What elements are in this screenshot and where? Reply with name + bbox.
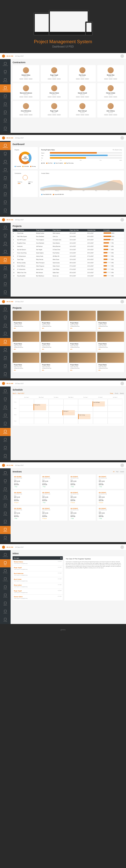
invoice-card[interactable]: INV 20194472017-09-29 12:00Due2017-10-05… [69, 474, 96, 489]
sidebar-item-projects[interactable]: Projects [0, 502, 11, 510]
user-avatar[interactable] [120, 136, 124, 140]
sidebar-item-settings[interactable]: Settings [0, 370, 11, 378]
table-row[interactable]: 9Tower StageRicky HermanMartin Stone10 O… [13, 258, 124, 261]
sidebar-item-projects[interactable]: Projects [0, 584, 11, 592]
table-row[interactable]: 8NY InfrastructureJeremy Kodia28 Wilbur … [13, 255, 124, 258]
sidebar-item-messages[interactable]: Messages [0, 567, 11, 576]
sidebar-item-dashboard[interactable]: Dashboard [0, 60, 11, 68]
table-row[interactable]: 3Kew HRT SystemThom AngelsonChristopher … [13, 238, 124, 242]
table-header[interactable]: % Complete [103, 229, 124, 231]
message-item[interactable]: 10:16 AMRing LardnerLorem Ipsum is simpl… [13, 583, 63, 589]
sidebar-item-contractors[interactable]: Contractors [0, 576, 11, 584]
user-avatar[interactable] [120, 546, 124, 549]
sidebar-item-inbox[interactable]: Inbox [0, 396, 11, 404]
sidebar-item-messages[interactable]: Messages [0, 240, 11, 248]
table-row[interactable]: 14King KilosarfieldBob WeidriksonDennis … [13, 274, 124, 278]
invoice-card[interactable]: INV 20194472017-09-29 12:00Due2017-10-05… [69, 490, 96, 505]
toggle-period[interactable]: YR | Month | Day [112, 149, 122, 151]
table-row[interactable]: 2Field Office SquareRoss SteinbeckChris … [13, 235, 124, 238]
sidebar-item-schedule[interactable]: Schedule [0, 346, 11, 354]
sidebar-item-invoices[interactable]: Invoices [0, 526, 11, 534]
invoice-tab[interactable]: All [113, 471, 115, 472]
contractor-card[interactable]: Sherman AlexieSupervisor [41, 83, 68, 99]
sidebar-item-inbox[interactable]: Inbox [0, 477, 11, 486]
message-item[interactable]: 10:32 AMBach HaltermanLorem Ipsum is sim… [13, 571, 63, 577]
project-card[interactable]: Project NameProject Start DateScheduled … [13, 353, 39, 372]
message-item[interactable]: 10:00 AMRoger AngellLorem Ipsum is simpl… [13, 589, 63, 595]
calendar-event[interactable]: Meeting Team [34, 404, 46, 410]
sidebar-item-dashboard[interactable]: Dashboard [0, 388, 11, 396]
calendar-event[interactable]: Visitor Coming [78, 414, 90, 419]
message-item[interactable]: 10:20 AMBuch GruberLorem Ipsum is simply… [13, 577, 63, 583]
contractor-card[interactable]: Roger AngellSupervisor [41, 101, 68, 118]
sidebar-item-reports[interactable]: Reports [0, 190, 11, 198]
sidebar-item-messages[interactable]: Messages [0, 486, 11, 494]
sidebar-item-reports[interactable]: Reports [0, 436, 11, 444]
calendar[interactable]: Sun Sep 3Mon Sep 4Tue Sep 5Wed Sep 6Thu … [13, 395, 124, 426]
invoice-card[interactable]: INV 20194472017-09-29 12:00Due2017-10-05… [97, 474, 124, 489]
sidebar-item-messages[interactable]: Messages [0, 158, 11, 166]
sidebar-item-inbox[interactable]: Inbox [0, 68, 11, 76]
sidebar-item-contractors[interactable]: Contractors [0, 166, 11, 174]
sidebar-item-invoices[interactable]: Invoices [0, 362, 11, 370]
contractor-card[interactable]: John AshberySupervisor [97, 101, 124, 118]
invoice-card[interactable]: INV 20158922017-09-29 12:00Due2017-10-05… [13, 474, 39, 489]
invoice-tab[interactable]: Paid [116, 471, 118, 472]
project-card[interactable]: Project NameProject Start DateScheduled … [41, 353, 68, 372]
project-card[interactable]: Project NameProject Start DateScheduled … [97, 311, 124, 330]
invoice-tab[interactable]: Unpaid [120, 471, 124, 472]
date-range[interactable]: Sep 3 — Sep 9 2017 [13, 393, 24, 394]
sidebar-item-invoices[interactable]: Invoices [0, 608, 11, 616]
sidebar-item-settings[interactable]: Settings [0, 125, 11, 133]
sidebar-item-dashboard[interactable]: Dashboard [0, 142, 11, 150]
table-row[interactable]: 6Sea Isle WystounAlex HogdinDr David Che… [13, 248, 124, 251]
sidebar-item-reports[interactable]: Reports [0, 600, 11, 608]
contractor-card[interactable]: Roger AngellSupervisor [41, 65, 68, 82]
message-item[interactable]: 12:00 PMRichard AdamsLorem Ipsum is simp… [13, 560, 63, 566]
schedule-tab[interactable]: Today [110, 393, 113, 394]
sidebar-item-settings[interactable]: Settings [0, 534, 11, 542]
sidebar-item-dashboard[interactable]: Dashboard [0, 224, 11, 232]
sidebar-item-invoices[interactable]: Invoices [0, 117, 11, 125]
sidebar-item-inbox[interactable]: Inbox [0, 232, 11, 240]
user-avatar[interactable] [120, 218, 124, 221]
sidebar-item-projects[interactable]: Projects [0, 174, 11, 182]
sidebar-item-contractors[interactable]: Contractors [0, 494, 11, 502]
sidebar-item-projects[interactable]: Projects [0, 420, 11, 428]
sidebar-item-dashboard[interactable]: Dashboard [0, 306, 11, 314]
sidebar-item-schedule[interactable]: Schedule [0, 264, 11, 272]
invoice-card[interactable]: INV 20194472017-09-29 12:00Due2017-10-05… [97, 490, 124, 505]
contractor-card[interactable]: Paul AusterSupervisor [69, 65, 96, 82]
sidebar-item-contractors[interactable]: Contractors [0, 412, 11, 420]
invoice-card[interactable]: INV 20194472017-09-29 12:00Due2017-10-05… [69, 506, 96, 521]
sidebar-item-projects[interactable]: Projects [0, 92, 11, 100]
sidebar-item-projects[interactable]: Projects [0, 338, 11, 346]
sidebar-item-projects[interactable]: Projects [0, 256, 11, 264]
sidebar-item-contractors[interactable]: Contractors [0, 330, 11, 338]
sidebar-item-inbox[interactable]: Inbox [0, 314, 11, 322]
sidebar-item-reports[interactable]: Reports [0, 108, 11, 117]
invoice-card[interactable]: INV 20194472017-09-29 12:00Due2017-10-05… [97, 506, 124, 521]
table-header[interactable]: Project Name [17, 229, 36, 231]
table-header[interactable]: # [13, 229, 17, 231]
table-row[interactable]: 4Roughford CloseAnne SteinbeckHarry Bowl… [13, 242, 124, 245]
calendar-event[interactable]: New Shift Begin [92, 401, 105, 406]
sidebar-item-messages[interactable]: Messages [0, 404, 11, 412]
message-item[interactable]: 10:45 AMRoger AngellLorem Ipsum is simpl… [13, 566, 63, 571]
table-row[interactable]: 1Onze KinderMichael GorbokWilla Coleman2… [13, 231, 124, 235]
sidebar-item-schedule[interactable]: Schedule [0, 100, 11, 108]
project-card[interactable]: Project NameProject Start DateScheduled … [69, 353, 96, 372]
invoice-card[interactable]: INV 20194472017-09-29 12:00Due2017-10-05… [41, 490, 68, 505]
schedule-tab[interactable]: Weekly [120, 393, 124, 394]
sidebar-item-settings[interactable]: Settings [0, 207, 11, 215]
sidebar-item-messages[interactable]: Messages [0, 76, 11, 84]
project-card[interactable]: Project NameProject Start DateScheduled … [69, 332, 96, 351]
user-avatar[interactable] [120, 300, 124, 303]
table-header[interactable]: Project Start Date [69, 229, 87, 231]
contractor-card[interactable]: Chinua AchebeSupervisor [97, 83, 124, 99]
sidebar-item-schedule[interactable]: Schedule [0, 592, 11, 600]
contractor-card[interactable]: Hannah ArendtSupervisor [69, 83, 96, 99]
sidebar-item-contractors[interactable]: Contractors [0, 84, 11, 92]
sidebar-item-messages[interactable]: Messages [0, 322, 11, 330]
project-card[interactable]: Project NameProject Start DateScheduled … [69, 311, 96, 330]
